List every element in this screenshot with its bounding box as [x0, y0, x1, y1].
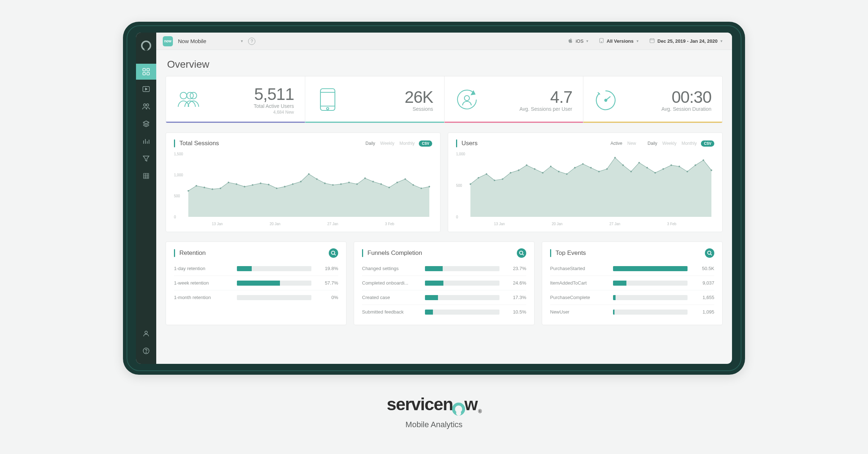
kpi-value: 5,511 — [208, 84, 294, 104]
range-monthly[interactable]: Monthly — [399, 141, 414, 146]
nav-profile-icon[interactable] — [136, 325, 156, 341]
help-icon[interactable]: ? — [248, 38, 255, 45]
metric-name: PurchaseComplete — [550, 295, 608, 300]
svg-point-76 — [671, 164, 672, 166]
date-range-selector[interactable]: Dec 25, 2019 - Jan 24, 2020 ▾ — [647, 37, 726, 46]
metric-value: 9,037 — [693, 280, 714, 286]
logo-o-icon — [452, 403, 465, 416]
card-title: Total Sessions — [179, 140, 219, 147]
range-daily[interactable]: Daily — [366, 141, 375, 146]
metric-row[interactable]: Completed onboardi... 24.6% — [362, 276, 526, 290]
metric-row[interactable]: Changed settings 23.7% — [362, 261, 526, 276]
svg-point-30 — [268, 184, 269, 185]
kpi-active-users[interactable]: 5,511 Total Active Users 4,684 New — [166, 76, 305, 123]
app-selector[interactable]: Now Mobile ▾ — [178, 38, 243, 44]
metric-row[interactable]: NewUser 1,095 — [550, 304, 714, 319]
svg-point-19 — [605, 99, 607, 101]
metric-bar — [613, 281, 688, 286]
svg-point-54 — [494, 180, 495, 181]
users-type-tabs[interactable]: Active New — [610, 141, 636, 146]
apple-icon — [568, 38, 573, 44]
kpi-sessions[interactable]: 26K Sessions — [305, 76, 444, 123]
svg-rect-1 — [147, 68, 149, 71]
svg-point-70 — [622, 164, 624, 166]
svg-point-13 — [180, 92, 187, 99]
svg-point-75 — [663, 168, 664, 170]
nav-play-icon[interactable] — [136, 81, 156, 97]
nav-users-icon[interactable] — [136, 98, 156, 114]
metric-bar — [237, 295, 311, 300]
type-active[interactable]: Active — [610, 141, 622, 146]
kpi-label: Total Active Users — [208, 103, 294, 109]
nav-grid-icon[interactable] — [136, 168, 156, 184]
nav-chart-icon[interactable] — [136, 133, 156, 149]
range-daily[interactable]: Daily — [648, 141, 658, 146]
kpi-label: Sessions — [347, 106, 433, 112]
sessions-card: Total Sessions Daily Weekly Monthly CSV … — [166, 133, 441, 232]
metric-row[interactable]: Created case 17.3% — [362, 290, 526, 304]
metric-row[interactable]: 1-month retention 0% — [174, 290, 338, 304]
kpi-label: Avg. Sessions per User — [486, 106, 573, 112]
svg-point-80 — [703, 159, 704, 161]
footer-subtitle: Mobile Analytics — [387, 420, 481, 429]
search-icon[interactable] — [329, 248, 338, 258]
svg-point-5 — [144, 104, 146, 106]
search-icon[interactable] — [705, 248, 714, 258]
page-title: Overview — [167, 59, 723, 70]
topbar: now Now Mobile ▾ ? iOS ▾ — [156, 33, 732, 50]
metric-bar — [613, 310, 688, 315]
metric-row[interactable]: 1-week retention 57.7% — [174, 276, 338, 290]
range-monthly[interactable]: Monthly — [681, 141, 697, 146]
svg-point-48 — [412, 184, 414, 186]
svg-point-57 — [518, 169, 519, 171]
svg-point-38 — [332, 184, 333, 186]
kpi-avg-duration[interactable]: 00:30 Avg. Session Duration — [583, 76, 722, 123]
metric-name: Created case — [362, 295, 420, 300]
app-screen: now Now Mobile ▾ ? iOS ▾ — [136, 33, 732, 364]
logo-icon[interactable] — [136, 38, 156, 54]
range-weekly[interactable]: Weekly — [380, 141, 394, 146]
svg-point-63 — [566, 173, 567, 175]
users-chart: 05001,000 — [456, 151, 714, 220]
phone-icon — [599, 38, 604, 44]
users-range-tabs[interactable]: Daily Weekly Monthly — [648, 141, 697, 146]
nav-overview[interactable] — [136, 64, 156, 80]
svg-point-45 — [388, 187, 390, 188]
svg-point-74 — [654, 172, 656, 173]
type-new[interactable]: New — [627, 141, 636, 146]
range-weekly[interactable]: Weekly — [662, 141, 676, 146]
search-icon[interactable] — [517, 248, 526, 258]
metric-name: Changed settings — [362, 266, 420, 271]
app-badge-icon: now — [163, 36, 173, 46]
metric-value: 57.7% — [316, 280, 338, 286]
metric-bar — [425, 295, 499, 300]
users-card: Users Active New Daily Weekly Monthly — [448, 133, 723, 232]
svg-point-72 — [638, 162, 640, 163]
metric-row[interactable]: PurchaseComplete 1,655 — [550, 290, 714, 304]
export-csv-button[interactable]: CSV — [701, 140, 714, 147]
metric-row[interactable]: PurchaseStarted 50.5K — [550, 261, 714, 276]
export-csv-button[interactable]: CSV — [419, 140, 432, 147]
nav-layers-icon[interactable] — [136, 116, 156, 132]
svg-point-36 — [316, 178, 318, 180]
metric-value: 10.5% — [505, 309, 526, 315]
chevron-down-icon: ▾ — [720, 39, 723, 43]
nav-funnel-icon[interactable] — [136, 151, 156, 167]
svg-point-23 — [212, 188, 213, 190]
sessions-range-tabs[interactable]: Daily Weekly Monthly — [366, 141, 415, 146]
svg-point-69 — [614, 157, 616, 158]
sidebar — [136, 33, 156, 364]
nav-help-icon[interactable] — [136, 343, 156, 359]
version-selector[interactable]: All Versions ▾ — [596, 37, 641, 46]
metric-name: Completed onboardi... — [362, 280, 420, 286]
svg-point-56 — [510, 172, 511, 173]
card-title: Retention — [179, 249, 206, 257]
events-card: Top Events PurchaseStarted 50.5K ItemAdd… — [542, 241, 723, 325]
platform-selector[interactable]: iOS ▾ — [565, 37, 592, 46]
kpi-avg-sessions[interactable]: 4.7 Avg. Sessions per User — [444, 76, 584, 123]
metric-row[interactable]: Submitted feedback 10.5% — [362, 304, 526, 319]
svg-point-28 — [252, 184, 253, 186]
metric-row[interactable]: ItemAddedToCart 9,037 — [550, 276, 714, 290]
svg-point-24 — [220, 188, 221, 189]
metric-row[interactable]: 1-day retention 19.8% — [174, 261, 338, 276]
